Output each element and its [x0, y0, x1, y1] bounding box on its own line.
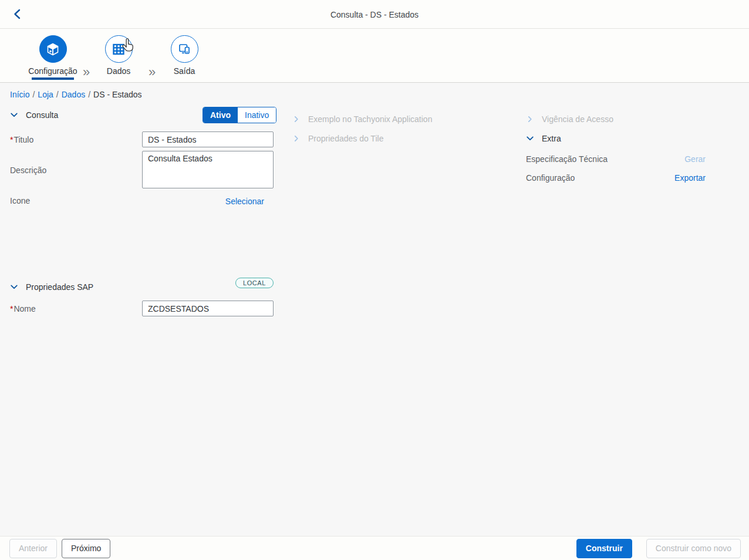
chevron-down-icon: [9, 110, 19, 120]
page-title: Consulta - DS - Estados: [0, 0, 749, 29]
step-label-dados: Dados: [107, 67, 130, 76]
chevron-down-icon: [525, 134, 535, 143]
section-sap-title: Propriedades SAP: [26, 282, 93, 292]
proximo-button[interactable]: Próximo: [62, 539, 110, 558]
footer-bar: Anterior Próximo Construir Construir com…: [0, 536, 749, 560]
icone-label: Icone: [10, 196, 30, 205]
titulo-input[interactable]: [142, 131, 274, 147]
breadcrumb: Início/Loja/Dados/DS - Estados: [10, 90, 142, 99]
descricao-label: Descrição: [10, 166, 46, 175]
top-bar: Consulta - DS - Estados: [0, 0, 749, 29]
required-mark: *: [10, 135, 13, 144]
selecionar-link[interactable]: Selecionar: [225, 197, 264, 206]
nome-label-text: Nome: [14, 304, 35, 313]
section-extra-title: Extra: [542, 134, 561, 143]
construir-como-novo-button: Construir como novo: [646, 539, 741, 558]
status-toggle: Ativo Inativo: [203, 107, 276, 123]
descricao-textarea[interactable]: Consulta Estados: [142, 151, 274, 188]
breadcrumb-separator: /: [88, 90, 90, 99]
section-sap-header[interactable]: Propriedades SAP: [9, 279, 93, 295]
app-window: Consulta - DS - Estados Configuração »: [0, 0, 749, 560]
configuracao-row: Configuração Exportar: [526, 173, 706, 183]
chevron-right-icon: [292, 134, 301, 143]
nome-input[interactable]: [142, 301, 274, 316]
breadcrumb-link-inicio[interactable]: Início: [10, 90, 29, 99]
anterior-button: Anterior: [9, 539, 57, 558]
section-tile-header: Propriedades do Tile: [292, 130, 383, 147]
toggle-inativo-button[interactable]: Inativo: [238, 107, 276, 123]
section-vigencia-header: Vigência de Acesso: [525, 111, 613, 127]
cube-icon: [39, 35, 67, 63]
breadcrumb-current: DS - Estados: [93, 90, 141, 99]
section-exemplo-title: Exemplo no Tachyonix Application: [308, 114, 432, 124]
step-underline-placeholder: [163, 77, 205, 80]
especificacao-row: Especificação Técnica Gerar: [526, 154, 706, 164]
gerar-link: Gerar: [684, 154, 706, 164]
nome-label: *Nome: [10, 304, 36, 313]
table-grid-icon: [105, 35, 133, 63]
section-tile-title: Propriedades do Tile: [308, 134, 383, 143]
configuracao-label: Configuração: [526, 173, 575, 183]
active-step-underline: [32, 77, 74, 80]
step-underline-placeholder: [97, 77, 140, 80]
breadcrumb-link-loja[interactable]: Loja: [38, 90, 53, 99]
section-consulta-header[interactable]: Consulta: [9, 107, 58, 123]
chevron-right-icon: [292, 114, 301, 124]
section-exemplo-header: Exemplo no Tachyonix Application: [292, 111, 432, 127]
breadcrumb-separator: /: [32, 90, 35, 99]
required-mark: *: [10, 304, 13, 313]
step-label-saida: Saída: [174, 67, 195, 76]
step-dados[interactable]: Dados: [86, 35, 151, 80]
especificacao-label: Especificação Técnica: [526, 154, 608, 164]
breadcrumb-link-dados[interactable]: Dados: [62, 90, 85, 99]
step-configuracao[interactable]: Configuração: [20, 35, 86, 80]
chevron-right-icon: [525, 114, 535, 124]
wizard-stepper: Configuração » Dados »: [0, 29, 749, 83]
local-badge: LOCAL: [235, 278, 274, 288]
step-saida[interactable]: Saída: [151, 35, 217, 80]
step-label-configuracao: Configuração: [28, 67, 77, 76]
titulo-label: *Titulo: [10, 135, 33, 144]
section-consulta-title: Consulta: [26, 110, 58, 120]
chevron-down-icon: [9, 282, 19, 292]
main-content: Início/Loja/Dados/DS - Estados Consulta …: [0, 83, 749, 536]
section-vigencia-title: Vigência de Acesso: [542, 114, 613, 124]
footer-right-group: Construir Construir como novo: [576, 539, 741, 558]
titulo-label-text: Titulo: [14, 135, 33, 144]
section-extra-header[interactable]: Extra: [525, 130, 561, 147]
exportar-link[interactable]: Exportar: [674, 173, 706, 183]
breadcrumb-separator: /: [56, 90, 59, 99]
devices-icon: [171, 35, 198, 63]
construir-button[interactable]: Construir: [576, 539, 632, 558]
toggle-ativo-button[interactable]: Ativo: [203, 107, 238, 123]
